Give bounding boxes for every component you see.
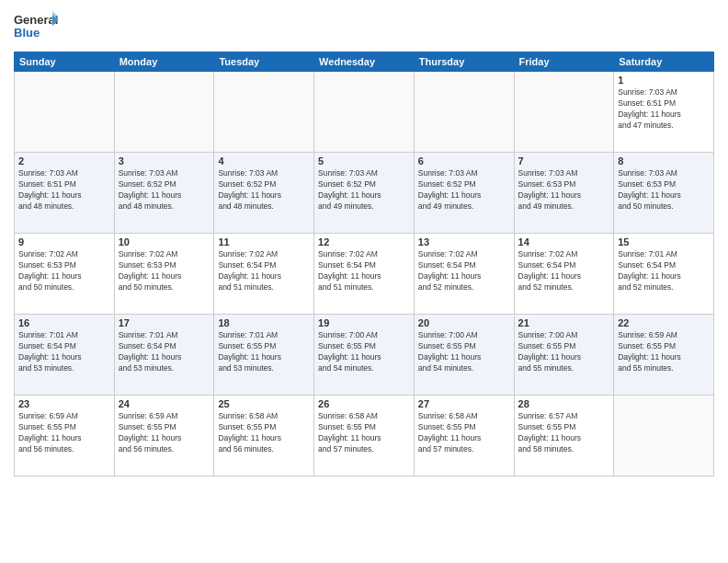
day-info: Sunrise: 7:02 AM Sunset: 6:53 PM Dayligh…	[119, 249, 210, 293]
logo: General Blue	[14, 9, 58, 46]
header: General Blue	[14, 9, 714, 46]
day-info: Sunrise: 7:03 AM Sunset: 6:51 PM Dayligh…	[618, 87, 710, 132]
week-row-4: 16Sunrise: 7:01 AM Sunset: 6:54 PM Dayli…	[15, 315, 714, 396]
week-row-1: 1Sunrise: 7:03 AM Sunset: 6:51 PM Daylig…	[15, 72, 714, 153]
day-number: 9	[18, 236, 110, 247]
day-number: 19	[318, 317, 410, 328]
day-cell: 28Sunrise: 6:57 AM Sunset: 6:55 PM Dayli…	[514, 396, 614, 477]
day-number: 17	[119, 317, 210, 328]
day-info: Sunrise: 6:59 AM Sunset: 6:55 PM Dayligh…	[119, 411, 210, 455]
week-row-3: 9Sunrise: 7:02 AM Sunset: 6:53 PM Daylig…	[15, 234, 714, 315]
day-number: 20	[418, 317, 510, 328]
day-info: Sunrise: 7:02 AM Sunset: 6:54 PM Dayligh…	[318, 249, 410, 293]
day-number: 15	[618, 236, 710, 247]
day-number: 22	[618, 317, 710, 328]
day-cell: 10Sunrise: 7:02 AM Sunset: 6:53 PM Dayli…	[114, 234, 214, 315]
day-number: 23	[18, 398, 110, 409]
day-cell: 4Sunrise: 7:03 AM Sunset: 6:52 PM Daylig…	[214, 153, 314, 234]
day-cell: 18Sunrise: 7:01 AM Sunset: 6:55 PM Dayli…	[214, 315, 314, 396]
day-number: 12	[318, 236, 410, 247]
day-info: Sunrise: 7:02 AM Sunset: 6:54 PM Dayligh…	[418, 249, 510, 293]
day-number: 1	[618, 75, 710, 86]
day-cell: 6Sunrise: 7:03 AM Sunset: 6:52 PM Daylig…	[414, 153, 514, 234]
day-number: 16	[18, 317, 110, 328]
logo-icon: General Blue	[14, 9, 58, 42]
day-cell: 9Sunrise: 7:02 AM Sunset: 6:53 PM Daylig…	[15, 234, 115, 315]
day-info: Sunrise: 6:59 AM Sunset: 6:55 PM Dayligh…	[18, 411, 110, 455]
day-number: 5	[318, 155, 410, 167]
day-cell: 22Sunrise: 6:59 AM Sunset: 6:55 PM Dayli…	[614, 315, 714, 396]
day-number: 28	[518, 398, 610, 409]
day-number: 13	[418, 236, 510, 247]
day-info: Sunrise: 7:02 AM Sunset: 6:53 PM Dayligh…	[18, 249, 110, 293]
weekday-wednesday: Wednesday	[314, 52, 415, 72]
day-info: Sunrise: 7:00 AM Sunset: 6:55 PM Dayligh…	[318, 330, 410, 374]
day-cell: 5Sunrise: 7:03 AM Sunset: 6:52 PM Daylig…	[314, 153, 415, 234]
day-cell: 3Sunrise: 7:03 AM Sunset: 6:52 PM Daylig…	[114, 153, 214, 234]
day-info: Sunrise: 7:03 AM Sunset: 6:53 PM Dayligh…	[618, 168, 710, 213]
day-cell	[15, 72, 115, 153]
page: General Blue SundayMondayTuesdayWednesda…	[0, 0, 728, 563]
day-cell: 25Sunrise: 6:58 AM Sunset: 6:55 PM Dayli…	[214, 396, 314, 477]
day-cell: 15Sunrise: 7:01 AM Sunset: 6:54 PM Dayli…	[614, 234, 714, 315]
day-info: Sunrise: 6:58 AM Sunset: 6:55 PM Dayligh…	[318, 411, 410, 455]
day-cell	[614, 396, 714, 477]
day-info: Sunrise: 7:01 AM Sunset: 6:54 PM Dayligh…	[618, 249, 710, 293]
weekday-friday: Friday	[514, 52, 614, 72]
day-info: Sunrise: 7:03 AM Sunset: 6:51 PM Dayligh…	[18, 168, 110, 213]
day-info: Sunrise: 7:01 AM Sunset: 6:54 PM Dayligh…	[119, 330, 210, 374]
calendar-table: SundayMondayTuesdayWednesdayThursdayFrid…	[14, 52, 714, 477]
weekday-thursday: Thursday	[414, 52, 514, 72]
day-number: 21	[518, 317, 610, 328]
day-number: 18	[218, 317, 310, 328]
day-info: Sunrise: 7:01 AM Sunset: 6:54 PM Dayligh…	[18, 330, 110, 374]
day-cell: 7Sunrise: 7:03 AM Sunset: 6:53 PM Daylig…	[514, 153, 614, 234]
weekday-sunday: Sunday	[15, 52, 115, 72]
day-cell: 12Sunrise: 7:02 AM Sunset: 6:54 PM Dayli…	[314, 234, 415, 315]
day-info: Sunrise: 7:02 AM Sunset: 6:54 PM Dayligh…	[218, 249, 310, 293]
day-info: Sunrise: 6:59 AM Sunset: 6:55 PM Dayligh…	[618, 330, 710, 374]
day-number: 7	[518, 155, 610, 167]
day-number: 25	[218, 398, 310, 409]
day-info: Sunrise: 7:00 AM Sunset: 6:55 PM Dayligh…	[518, 330, 610, 374]
day-cell: 16Sunrise: 7:01 AM Sunset: 6:54 PM Dayli…	[15, 315, 115, 396]
day-info: Sunrise: 7:03 AM Sunset: 6:52 PM Dayligh…	[218, 168, 310, 213]
weekday-saturday: Saturday	[614, 52, 714, 72]
day-cell: 23Sunrise: 6:59 AM Sunset: 6:55 PM Dayli…	[15, 396, 115, 477]
day-number: 24	[119, 398, 210, 409]
day-cell: 11Sunrise: 7:02 AM Sunset: 6:54 PM Dayli…	[214, 234, 314, 315]
weekday-tuesday: Tuesday	[214, 52, 314, 72]
day-cell: 26Sunrise: 6:58 AM Sunset: 6:55 PM Dayli…	[314, 396, 415, 477]
day-cell: 17Sunrise: 7:01 AM Sunset: 6:54 PM Dayli…	[114, 315, 214, 396]
weekday-monday: Monday	[114, 52, 214, 72]
day-cell: 21Sunrise: 7:00 AM Sunset: 6:55 PM Dayli…	[514, 315, 614, 396]
day-cell	[114, 72, 214, 153]
day-cell	[314, 72, 415, 153]
day-number: 6	[418, 155, 510, 167]
day-info: Sunrise: 7:02 AM Sunset: 6:54 PM Dayligh…	[518, 249, 610, 293]
day-number: 10	[119, 236, 210, 247]
day-number: 3	[119, 155, 210, 167]
day-number: 14	[518, 236, 610, 247]
day-info: Sunrise: 7:01 AM Sunset: 6:55 PM Dayligh…	[218, 330, 310, 374]
day-info: Sunrise: 7:03 AM Sunset: 6:52 PM Dayligh…	[119, 168, 210, 213]
day-cell	[414, 72, 514, 153]
day-cell	[514, 72, 614, 153]
day-info: Sunrise: 6:58 AM Sunset: 6:55 PM Dayligh…	[218, 411, 310, 455]
day-cell: 1Sunrise: 7:03 AM Sunset: 6:51 PM Daylig…	[614, 72, 714, 153]
day-info: Sunrise: 7:03 AM Sunset: 6:52 PM Dayligh…	[418, 168, 510, 213]
day-cell: 27Sunrise: 6:58 AM Sunset: 6:55 PM Dayli…	[414, 396, 514, 477]
day-cell: 19Sunrise: 7:00 AM Sunset: 6:55 PM Dayli…	[314, 315, 415, 396]
day-info: Sunrise: 6:57 AM Sunset: 6:55 PM Dayligh…	[518, 411, 610, 455]
day-cell: 24Sunrise: 6:59 AM Sunset: 6:55 PM Dayli…	[114, 396, 214, 477]
day-number: 26	[318, 398, 410, 409]
day-cell	[214, 72, 314, 153]
day-info: Sunrise: 6:58 AM Sunset: 6:55 PM Dayligh…	[418, 411, 510, 455]
day-cell: 14Sunrise: 7:02 AM Sunset: 6:54 PM Dayli…	[514, 234, 614, 315]
day-info: Sunrise: 7:03 AM Sunset: 6:52 PM Dayligh…	[318, 168, 410, 213]
day-cell: 8Sunrise: 7:03 AM Sunset: 6:53 PM Daylig…	[614, 153, 714, 234]
day-number: 11	[218, 236, 310, 247]
day-number: 27	[418, 398, 510, 409]
day-cell: 13Sunrise: 7:02 AM Sunset: 6:54 PM Dayli…	[414, 234, 514, 315]
svg-text:General: General	[14, 13, 58, 27]
